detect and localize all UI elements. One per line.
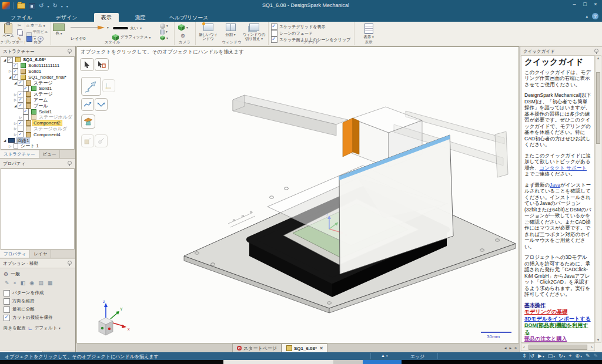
vertical-scrollbar[interactable]: ▲ ▼ bbox=[595, 55, 601, 343]
option-row[interactable]: 方向を維持 bbox=[4, 297, 72, 305]
checkbox-icon[interactable] bbox=[4, 315, 10, 321]
expand-open-icon[interactable]: ◢ bbox=[13, 81, 18, 85]
chevron-down-icon[interactable]: ▾ bbox=[564, 355, 566, 358]
guide-link[interactable]: BOM(部品表)機能を利用する bbox=[524, 322, 591, 336]
grid-option[interactable]: シーンのフェード bbox=[271, 30, 351, 36]
selection-filter-label[interactable]: エッジ bbox=[401, 353, 434, 360]
guide-link[interactable]: 部品の注文と購入 bbox=[524, 336, 591, 343]
new-window-button[interactable]: 新しいウィンドウ bbox=[198, 23, 219, 41]
ruler-icon[interactable]: ✎ bbox=[5, 280, 9, 286]
layer-line-control[interactable]: ▾ bbox=[69, 25, 109, 31]
close-button[interactable]: × bbox=[590, 0, 601, 9]
updown-spinner-icon[interactable]: ⇕ bbox=[522, 353, 527, 359]
java-link[interactable]: Java bbox=[550, 182, 560, 188]
collapse-ribbon-icon[interactable]: ▴ bbox=[586, 14, 588, 19]
fulcrum-icon[interactable]: ◧ bbox=[21, 280, 26, 286]
tree-item[interactable]: ◢ステージ bbox=[1, 80, 74, 86]
guide-link[interactable]: モデリングの基礎 bbox=[524, 309, 591, 316]
viewport[interactable]: オブジェクトをクリックして、そのオブジェクトにハンドルを揃えます bbox=[76, 46, 520, 352]
expand-open-icon[interactable]: ◢ bbox=[2, 139, 7, 142]
redo-icon[interactable]: ↻ bbox=[52, 3, 57, 9]
tab-close-icon[interactable]: × bbox=[514, 346, 517, 350]
taskbar-active-app[interactable] bbox=[363, 360, 402, 364]
tree-item[interactable]: ◢ブール bbox=[1, 103, 74, 109]
measure-move-button[interactable] bbox=[81, 98, 94, 111]
open-file-icon[interactable] bbox=[17, 3, 25, 9]
tree-checkbox[interactable] bbox=[18, 132, 24, 137]
document-tab[interactable]: スタートページ bbox=[232, 343, 282, 352]
stamp-icon[interactable]: ▤ bbox=[38, 280, 44, 286]
chevron-down-icon[interactable]: ▾ bbox=[580, 355, 582, 358]
expand-closed-icon[interactable]: ▷ bbox=[18, 116, 23, 119]
tree-checkbox[interactable] bbox=[12, 69, 18, 75]
option-row[interactable]: カットの接続を保持 bbox=[4, 314, 72, 322]
pull-axis-button[interactable] bbox=[95, 134, 108, 147]
mirror-axes-icon[interactable]: × bbox=[14, 280, 16, 286]
move-arrow-button[interactable] bbox=[81, 77, 101, 96]
switch-window-button[interactable]: ウィンドウの切り替え ▾ bbox=[242, 23, 266, 41]
document-tab[interactable]: SQ1_6.08*× bbox=[282, 343, 327, 352]
tree-checkbox[interactable] bbox=[18, 103, 24, 109]
tree-item[interactable]: ▷ステージホルダ bbox=[1, 114, 74, 120]
line-tool-icon[interactable]: ✎ bbox=[586, 353, 590, 359]
orient-value[interactable]: デフォルト bbox=[35, 325, 57, 331]
minimize-button[interactable]: – bbox=[569, 0, 580, 9]
rotate-view-icon[interactable]: ↻▾ bbox=[558, 353, 565, 359]
axis-tool-button[interactable] bbox=[102, 79, 115, 92]
tab-scroll-left-icon[interactable]: ◂ bbox=[504, 346, 507, 350]
expand-open-icon[interactable]: ◢ bbox=[8, 75, 12, 79]
expand-closed-icon[interactable]: ▷ bbox=[13, 98, 18, 102]
tree-checkbox[interactable] bbox=[18, 80, 24, 86]
expand-open-icon[interactable]: ◢ bbox=[13, 104, 18, 107]
expand-closed-icon[interactable]: ▷ bbox=[8, 144, 12, 148]
guide-link[interactable]: 基本操作 bbox=[524, 302, 591, 309]
cylinder-icon[interactable] bbox=[160, 29, 165, 35]
horizontal-scrollbar[interactable]: ‹ › bbox=[521, 343, 595, 351]
pin-icon[interactable] bbox=[68, 49, 72, 53]
expand-closed-icon[interactable]: ▷ bbox=[13, 127, 18, 130]
guide-link[interactable]: 3Dモデルをインポートする bbox=[524, 316, 591, 323]
tree-checkbox[interactable] bbox=[12, 63, 18, 69]
tree-item[interactable]: ◢SQ1_6.08* bbox=[1, 57, 74, 63]
pan-icon[interactable]: + bbox=[568, 353, 571, 359]
copy-icon[interactable] bbox=[17, 29, 22, 35]
scroll-right-icon[interactable]: › bbox=[591, 345, 593, 350]
quick-guide-body[interactable]: クイックガイド このクイックガイドは、モデリング作業画面の右端に表示させてご使用… bbox=[521, 55, 595, 343]
chevron-down-icon[interactable]: ▾ bbox=[61, 4, 63, 8]
structure-tab[interactable]: ストラクチャー bbox=[0, 150, 39, 158]
scroll-up-icon[interactable]: ▲ bbox=[596, 56, 601, 60]
ribbon-tab[interactable]: 表示 bbox=[94, 13, 119, 22]
cut-icon[interactable]: ✂ bbox=[16, 23, 22, 29]
tree-checkbox[interactable] bbox=[18, 97, 24, 103]
contact-support-link[interactable]: コンタクト サポート bbox=[540, 165, 587, 171]
camera-view-button[interactable]: ▾ bbox=[178, 23, 188, 31]
chevron-down-icon[interactable]: ▾ bbox=[59, 326, 61, 330]
tree-checkbox[interactable] bbox=[23, 114, 29, 120]
orbit-icon[interactable]: ↺ bbox=[530, 353, 535, 359]
select-arrow-icon[interactable]: ▶▾ bbox=[538, 353, 544, 359]
tree-item[interactable]: ▷Solid1 bbox=[1, 69, 74, 75]
tree-item[interactable]: ▷シート 1 bbox=[1, 143, 74, 149]
tree-checkbox[interactable] bbox=[12, 74, 18, 80]
expand-closed-icon[interactable]: ▷ bbox=[13, 122, 18, 125]
tree-checkbox[interactable] bbox=[23, 86, 29, 92]
pull-tool-button[interactable] bbox=[81, 134, 94, 147]
help-icon[interactable]: ? bbox=[592, 13, 598, 19]
expand-closed-icon[interactable]: ▷ bbox=[8, 69, 12, 73]
ribbon-tab[interactable]: ファイル bbox=[4, 13, 39, 22]
tree-checkbox[interactable] bbox=[18, 120, 24, 126]
qat-customize-icon[interactable]: ▾ bbox=[66, 4, 68, 8]
grid-option[interactable]: スケッチグリッドを表示 bbox=[271, 23, 351, 30]
detach-icon[interactable]: ◉ bbox=[29, 280, 34, 286]
home-view-button[interactable]: ⌂ ホーム ▾ bbox=[26, 23, 45, 28]
grid3d-icon[interactable]: ▦ bbox=[48, 280, 53, 286]
tree-item[interactable]: ▷Component4 bbox=[1, 132, 74, 137]
scroll-down-icon[interactable]: ▼ bbox=[596, 338, 601, 342]
thickness-control[interactable]: 太い ▾ bbox=[113, 25, 142, 31]
chevron-down-icon[interactable]: ▾ bbox=[543, 355, 544, 358]
chevron-down-icon[interactable]: ▾ bbox=[553, 355, 555, 358]
tree-checkbox[interactable] bbox=[23, 109, 29, 114]
pin-icon[interactable] bbox=[68, 261, 72, 265]
maximize-button[interactable]: □ bbox=[580, 0, 590, 9]
selection-filter-icon[interactable]: ▲ ▾ bbox=[381, 353, 387, 358]
